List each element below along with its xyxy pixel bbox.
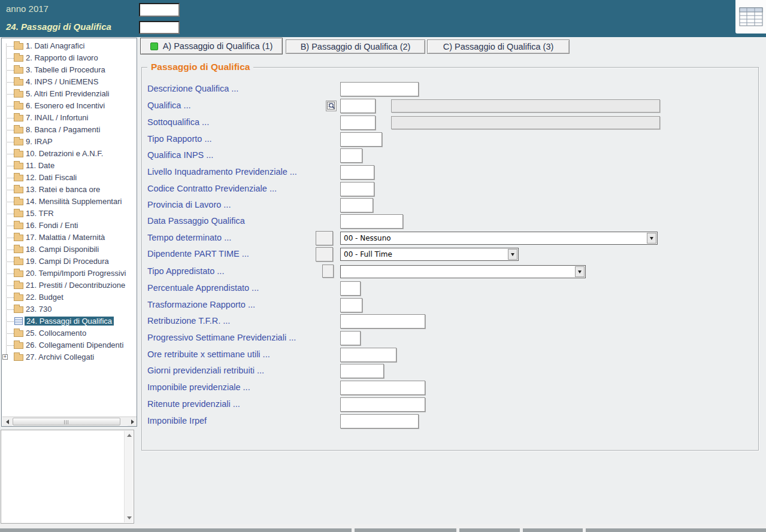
chevron-down-icon[interactable]: [508, 249, 517, 260]
sidebar-item-9[interactable]: 9. IRAP: [26, 137, 53, 146]
tree-branch-line: [6, 178, 14, 178]
field-sottoqualifica-input[interactable]: [340, 115, 376, 130]
tree-branch-line: [6, 250, 14, 250]
sidebar-item-22[interactable]: 22. Budget: [26, 293, 63, 302]
folder-icon: [14, 282, 23, 289]
tree-branch-line: [6, 202, 14, 202]
tab-passaggio-qualifica-1[interactable]: A) Passaggio di Qualifica (1): [140, 38, 283, 54]
magnifier-grid-icon[interactable]: [326, 101, 337, 111]
bottom-status-strip: [0, 524, 766, 532]
sidebar-item-20[interactable]: 20. Tempi/Importi Progressivi: [26, 269, 126, 278]
tree-horizontal-scrollbar[interactable]: [2, 417, 137, 425]
field-ore_retribuite-input[interactable]: [340, 348, 396, 362]
sidebar-item-13[interactable]: 13. Ratei e banca ore: [26, 185, 100, 194]
sidebar-item-1[interactable]: 1. Dati Anagrafici: [26, 41, 84, 50]
sidebar-item-11[interactable]: 11. Date: [26, 161, 55, 170]
header-input-2[interactable]: [139, 21, 180, 34]
field-tipo_appredistato-dropdown[interactable]: [340, 265, 586, 278]
tree-branch-line: [6, 154, 14, 154]
sidebar-item-2[interactable]: 2. Rapporto di lavoro: [26, 53, 98, 62]
chevron-down-icon[interactable]: [575, 266, 585, 277]
sidebar-item-5[interactable]: 5. Altri Enti Previdenziali: [26, 89, 109, 98]
scroll-right-icon[interactable]: [128, 417, 137, 426]
scroll-left-icon[interactable]: [2, 417, 12, 426]
sidebar-item-8[interactable]: 8. Banca / Pagamenti: [26, 125, 100, 134]
scrollbar-thumb[interactable]: [13, 418, 120, 425]
field-trasformazione_rapporto-label: Trasformazione Rapporto ...: [147, 300, 255, 309]
sidebar-item-21[interactable]: 21. Prestiti / Decontribuzione: [26, 281, 125, 290]
app-window: anno 2017 24. Passaggi di Qualifica A) P…: [0, 0, 766, 532]
field-imponibile_irpef-input[interactable]: [340, 414, 419, 428]
sidebar-item-6[interactable]: 6. Esonero ed Incentivi: [26, 101, 105, 110]
sidebar-item-17[interactable]: 17. Malattia / Maternità: [26, 233, 105, 242]
field-tempo_determinato-prefix-box[interactable]: [316, 231, 333, 245]
field-tempo_determinato-label: Tempo determinato ...: [147, 233, 231, 242]
notes-panel[interactable]: [1, 430, 134, 524]
sidebar-item-18[interactable]: 18. Campi Disponibili: [26, 245, 99, 254]
header-year-label: anno 2017: [6, 4, 49, 14]
tree-branch-line: [6, 214, 14, 214]
field-ore_retribuite-label: Ore retribuite x settimane utili ...: [147, 349, 270, 359]
sidebar-item-15[interactable]: 15. TFR: [26, 209, 54, 218]
sidebar-item-23[interactable]: 23. 730: [26, 305, 52, 314]
sidebar-item-25[interactable]: 25. Collocamento: [26, 329, 86, 338]
field-qualifica_inps-label: Qualifica INPS ...: [147, 150, 213, 160]
chevron-down-icon[interactable]: [647, 233, 656, 244]
spreadsheet-grid-icon[interactable]: [735, 0, 766, 34]
field-livello_inquadramento-input[interactable]: [340, 165, 374, 180]
field-retribuzione_tfr-input[interactable]: [340, 314, 425, 329]
tree-branch-line: [6, 82, 14, 83]
field-qualifica-input[interactable]: [340, 99, 376, 113]
folder-icon: [14, 43, 23, 50]
field-livello_inquadramento-label: Livello Inquadramento Previdenziale ...: [147, 167, 297, 177]
folder-icon: [14, 151, 23, 157]
notes-vertical-scrollbar[interactable]: [124, 431, 133, 522]
status-segment: [586, 528, 766, 532]
field-imponibile_previdenziale-input[interactable]: [340, 381, 425, 395]
field-tipo_rapporto-label: Tipo Rapporto ...: [147, 134, 211, 144]
sidebar-item-26[interactable]: 26. Collegamenti Dipendenti: [26, 341, 123, 349]
sidebar-item-7[interactable]: 7. INAIL / Infortuni: [26, 113, 88, 122]
scroll-up-icon[interactable]: [125, 431, 134, 440]
field-tipo_appredistato-label: Tipo Appredistato ...: [147, 266, 224, 276]
sidebar-item-19[interactable]: 19. Campi Di Procedura: [26, 257, 109, 266]
field-tipo_appredistato-prefix-box[interactable]: [322, 265, 334, 278]
folder-icon: [14, 103, 23, 110]
field-dipendente_part_time-prefix-box[interactable]: [316, 247, 333, 262]
sidebar-item-14[interactable]: 14. Mensilità Supplementari: [26, 197, 122, 206]
chevron-down-glyph: [511, 253, 514, 256]
field-qualifica-description-field: [391, 99, 660, 113]
tree-branch-line: [6, 273, 14, 274]
tree-expander-plus-icon[interactable]: +: [2, 354, 8, 360]
field-qualifica_inps-input[interactable]: [340, 148, 362, 163]
field-progressivo_settimane-input[interactable]: [340, 331, 361, 345]
field-percentuale_apprendistato-input[interactable]: [340, 281, 361, 296]
field-dipendente_part_time-label: Dipendente PART TIME ...: [147, 249, 249, 259]
folder-icon: [14, 354, 23, 361]
sidebar-item-12[interactable]: 12. Dati Fiscali: [26, 173, 77, 182]
tree-branch-line: [6, 321, 14, 322]
folder-icon: [14, 139, 23, 145]
tab-label: B) Passaggio di Qualifica (2): [301, 42, 411, 51]
sidebar-item-10[interactable]: 10. Detrazioni e A.N.F.: [26, 149, 103, 158]
field-tipo_rapporto-input[interactable]: [340, 132, 382, 147]
tab-passaggio-qualifica-2[interactable]: B) Passaggio di Qualifica (2): [286, 39, 425, 54]
sidebar-item-27[interactable]: 27. Archivi Collegati: [26, 352, 94, 361]
sidebar-item-24[interactable]: 24. Passaggi di Qualifica: [25, 317, 114, 326]
field-descrizione_qualifica-input[interactable]: [340, 82, 419, 96]
sidebar-item-4[interactable]: 4. INPS / UniEMENS: [26, 77, 98, 86]
header-input-1[interactable]: [139, 3, 180, 17]
field-trasformazione_rapporto-input[interactable]: [340, 298, 362, 312]
scroll-down-icon[interactable]: [125, 513, 134, 522]
sidebar-item-3[interactable]: 3. Tabelle di Procedura: [26, 65, 105, 74]
field-giorni_previdenziali-input[interactable]: [340, 364, 384, 378]
field-data_passaggio_qualifica-input[interactable]: [340, 214, 403, 229]
field-tempo_determinato-dropdown[interactable]: 00 - Nessuno: [340, 232, 658, 245]
field-codice_contratto-input[interactable]: [340, 182, 374, 196]
field-ritenute_previdenziali-input[interactable]: [340, 397, 425, 412]
sidebar-item-16[interactable]: 16. Fondi / Enti: [26, 221, 78, 230]
field-provincia_lavoro-input[interactable]: [340, 198, 373, 212]
tab-passaggio-qualifica-3[interactable]: C) Passaggio di Qualifica (3): [427, 39, 570, 54]
field-sottoqualifica-label: Sottoqualifica ...: [147, 117, 209, 127]
field-dipendente_part_time-dropdown[interactable]: 00 - Full Time: [340, 248, 519, 261]
